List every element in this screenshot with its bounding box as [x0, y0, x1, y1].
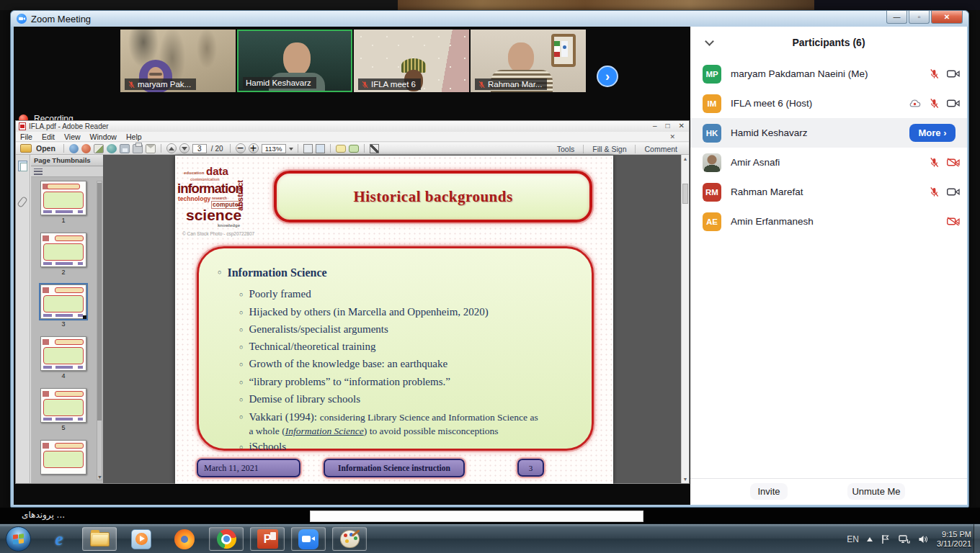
video-tile-ifla[interactable]: IFLA meet 6 — [354, 30, 469, 92]
attachments-icon[interactable] — [17, 196, 28, 208]
taskbar-windows-explorer[interactable] — [82, 527, 117, 551]
slide-footer-date: March 11, 2021 — [197, 459, 300, 477]
menu-file[interactable]: File — [20, 132, 32, 141]
sign-document-icon[interactable] — [94, 144, 104, 153]
taskbar-powerpoint[interactable]: P — [250, 527, 285, 551]
participant-row-amin[interactable]: AE Amin Erfanmanesh — [690, 207, 960, 236]
video-tile-hamid-active[interactable]: Hamid Keshavarz — [237, 30, 352, 92]
participant-row-rahman[interactable]: RM Rahman Marefat — [690, 177, 960, 207]
camera-on-icon — [947, 99, 960, 108]
background-window-edge — [398, 0, 814, 10]
page-down-button[interactable] — [179, 143, 190, 153]
bullet-item: ○Technical/theoretical training — [239, 341, 375, 354]
save-icon[interactable] — [120, 144, 130, 153]
start-button[interactable] — [6, 526, 31, 552]
fill-sign-pane-button[interactable]: Fill & Sign — [583, 145, 635, 153]
action-center-flag-icon[interactable] — [881, 534, 891, 544]
unmute-me-button[interactable]: Unmute Me — [847, 483, 905, 500]
participant-row-hamid[interactable]: HK Hamid Keshavarz More › — [690, 118, 967, 148]
background-window-strip: ... پروندهای — [0, 508, 980, 523]
thumbnails-options-bar[interactable] — [31, 166, 103, 177]
restore-button[interactable]: ▫ — [909, 11, 930, 24]
participant-row-ifla-host[interactable]: IM IFLA meet 6 (Host) — [690, 89, 960, 118]
pdf-titlebar[interactable]: IFLA.pdf - Adobe Reader – □ ✕ — [16, 121, 689, 132]
minimize-button[interactable]: — — [886, 11, 907, 24]
document-scrollbar[interactable]: ▲ ▼ — [681, 155, 689, 483]
pdf-menubar: File Edit View Window Help ✕ — [16, 132, 689, 142]
menu-window[interactable]: Window — [90, 132, 117, 141]
web-convert-icon[interactable] — [107, 144, 117, 153]
open-folder-icon[interactable] — [20, 144, 32, 153]
open-button[interactable]: Open — [36, 144, 55, 153]
slide-footer-page-number: 3 — [517, 459, 544, 477]
zoom-level-dropdown[interactable]: 113% — [262, 144, 286, 153]
pdf-restore-button[interactable]: □ — [666, 122, 670, 130]
thumbnails-scrollbar[interactable]: ▼ — [97, 181, 102, 480]
pdf-close-button[interactable]: ✕ — [679, 122, 685, 130]
zoom-titlebar[interactable]: Zoom Meeting — ▫ ✕ — [11, 11, 968, 27]
language-indicator[interactable]: EN — [847, 534, 859, 544]
pdf-minimize-button[interactable]: – — [653, 122, 657, 130]
video-name-label: Hamid Keshavarz — [243, 77, 316, 89]
thumbnail-page-1[interactable]: 1 — [38, 181, 89, 224]
volume-icon[interactable] — [918, 534, 929, 544]
export-pdf-icon[interactable] — [81, 144, 91, 153]
zoom-app-icon — [17, 14, 27, 24]
scroll-up-icon[interactable]: ▲ — [682, 156, 688, 161]
fit-page-icon[interactable] — [316, 144, 325, 153]
show-desktop-button[interactable] — [974, 524, 980, 553]
taskbar-zoom[interactable] — [291, 527, 326, 551]
taskbar-media-player[interactable] — [124, 527, 159, 551]
thumbnails-options-icon[interactable] — [34, 168, 43, 175]
page-thumbnails-icon[interactable] — [18, 161, 27, 171]
page-up-button[interactable] — [166, 143, 177, 153]
chevron-down-icon[interactable] — [705, 37, 714, 46]
scrollbar-thumb[interactable] — [682, 184, 688, 204]
page-number-input[interactable]: 3 — [192, 144, 207, 153]
zoom-out-button[interactable]: − — [236, 143, 246, 153]
network-icon[interactable] — [899, 534, 910, 544]
video-tile-maryam[interactable]: maryam Pak... — [120, 30, 236, 92]
tools-pane-button[interactable]: Tools — [548, 145, 584, 153]
thumbnail-page-3-selected[interactable]: 3 — [38, 284, 89, 328]
next-videos-arrow-button[interactable]: › — [597, 66, 618, 87]
thumbnail-page-4[interactable]: 4 — [38, 336, 89, 379]
invite-button[interactable]: Invite — [750, 483, 788, 500]
scroll-mode-icon[interactable] — [303, 144, 313, 153]
slide-heading: ○Information Science — [218, 266, 327, 279]
more-button[interactable]: More › — [909, 124, 956, 142]
hidden-icons-arrow[interactable] — [867, 537, 873, 541]
participant-row-maryam[interactable]: MP maryam Pakdaman Naeini (Me) — [690, 59, 960, 89]
desktop-top-strip — [0, 0, 980, 10]
menu-edit[interactable]: Edit — [42, 132, 55, 141]
close-button[interactable]: ✕ — [931, 11, 963, 24]
print-icon[interactable] — [133, 144, 143, 153]
comment-pane-button[interactable]: Comment — [635, 145, 686, 153]
avatar: MP — [703, 65, 721, 84]
avatar: RM — [703, 183, 721, 202]
video-tile-rahman[interactable]: Rahman Mar... — [471, 30, 586, 92]
toolbar-close-icon[interactable]: ✕ — [669, 133, 675, 140]
taskbar-firefox[interactable] — [167, 527, 202, 551]
participant-row-amir[interactable]: Amir Asnafi — [690, 148, 960, 177]
taskbar-paint[interactable] — [332, 527, 367, 551]
thumbnail-page-5[interactable]: 5 — [38, 388, 89, 431]
send-file-icon[interactable] — [69, 144, 79, 153]
email-icon[interactable] — [146, 144, 156, 153]
menu-view[interactable]: View — [64, 132, 81, 141]
comment-bubble-icon[interactable] — [336, 145, 346, 153]
menu-help[interactable]: Help — [126, 132, 142, 141]
bullet-item: ○Growth of the knowledge base: an earthq… — [239, 358, 447, 371]
camera-off-icon — [947, 158, 960, 167]
highlight-icon[interactable] — [349, 145, 359, 153]
taskbar-chrome[interactable] — [209, 527, 244, 551]
video-name-label: maryam Pak... — [125, 78, 196, 90]
zoom-in-button[interactable]: + — [249, 143, 259, 153]
thumbnail-page-2[interactable]: 2 — [38, 233, 89, 276]
fullscreen-icon[interactable] — [370, 144, 379, 153]
taskbar-clock[interactable]: 9:15 PM 3/11/2021 — [937, 530, 971, 549]
video-name-label: Rahman Mar... — [475, 78, 547, 90]
thumbnail-page-6[interactable] — [38, 440, 89, 475]
scroll-down-icon[interactable]: ▼ — [682, 477, 688, 482]
taskbar-internet-explorer[interactable]: e — [42, 527, 76, 551]
